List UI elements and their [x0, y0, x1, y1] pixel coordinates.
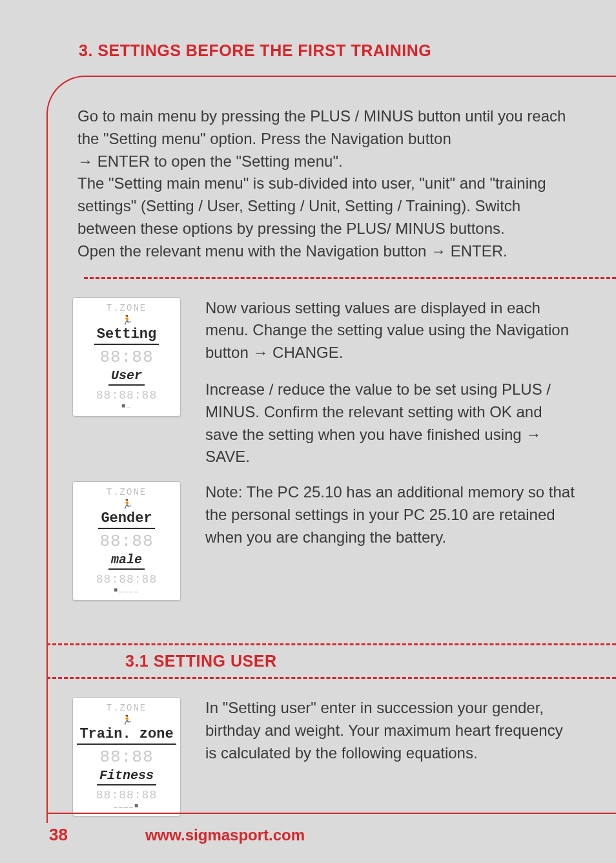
runner-icon: 🏃 [77, 714, 176, 725]
text-column: Now various setting values are displayed… [205, 297, 577, 469]
body-p2: Increase / reduce the value to be set us… [205, 379, 577, 468]
body-p1-post: CHANGE. [268, 344, 343, 361]
lcd-screen-train-zone: T.ZONE 🏃 Train. zone 88:88 Fitness 88:88… [72, 697, 181, 816]
runner-icon: 🏃 [77, 315, 176, 325]
arrow-icon: → [252, 344, 268, 361]
body-p2-pre: Increase / reduce the value to be set us… [205, 380, 551, 443]
lcd-screen-setting-user: T.ZONE 🏃 Setting 88:88 User 88:88:88 ■_ [72, 297, 181, 417]
intro-paragraph: Go to main menu by pressing the PLUS / M… [46, 91, 616, 277]
intro-line4-pre: Open the relevant menu with the Navigati… [77, 242, 431, 260]
runner-icon: 🏃 [77, 499, 176, 509]
subsection-heading: 3.1 SETTING USER [125, 652, 616, 671]
lcd-digits-placeholder: 88:88 [77, 749, 176, 765]
lcd-sub-text: male [108, 552, 145, 570]
spacer [46, 607, 616, 643]
lcd-main-text: Gender [98, 510, 154, 529]
arrow-icon: → [431, 242, 446, 260]
arrow-icon: → [77, 152, 93, 170]
section-heading: 3. SETTINGS BEFORE THE FIRST TRAINING [79, 41, 616, 60]
user-section-p1: In "Setting user" enter in succession yo… [205, 697, 577, 764]
page: 3. SETTINGS BEFORE THE FIRST TRAINING Go… [0, 0, 616, 863]
row-train-zone: T.ZONE 🏃 Train. zone 88:88 Fitness 88:88… [46, 679, 616, 823]
intro-line3: The "Setting main menu" is sub-divided i… [77, 174, 546, 237]
lcd-tzone-label: T.ZONE [77, 487, 176, 497]
row-gender: T.ZONE 🏃 Gender 88:88 male 88:88:88 ■___… [46, 475, 616, 607]
lcd-tzone-label: T.ZONE [77, 703, 176, 713]
body-p3: Note: The PC 25.10 has an additional mem… [205, 481, 577, 548]
lcd-sub-text: Fitness [97, 768, 156, 785]
intro-line4-post: ENTER. [446, 242, 508, 260]
lcd-sub-text: User [108, 368, 145, 386]
main-card: Go to main menu by pressing the PLUS / M… [46, 91, 616, 823]
lcd-digits-small-placeholder: 88:88:88 [77, 390, 176, 401]
text-column: Note: The PC 25.10 has an additional mem… [205, 481, 577, 548]
lcd-digits-placeholder: 88:88 [77, 349, 176, 366]
row-setting-user: T.ZONE 🏃 Setting 88:88 User 88:88:88 ■_ … [46, 279, 616, 475]
intro-line1: Go to main menu by pressing the PLUS / M… [77, 107, 566, 147]
lcd-screen-gender: T.ZONE 🏃 Gender 88:88 male 88:88:88 ■___… [72, 481, 181, 601]
lcd-indicator-marks: ■____ [77, 587, 176, 594]
lcd-digits-placeholder: 88:88 [77, 533, 176, 550]
footer-rule [46, 813, 616, 814]
lcd-digits-small-placeholder: 88:88:88 [77, 574, 176, 585]
intro-line2: ENTER to open the "Setting menu". [93, 152, 343, 170]
subheading-row: 3.1 SETTING USER [46, 645, 616, 677]
lcd-main-text: Setting [94, 326, 159, 345]
lcd-indicator-marks: ____■ [77, 802, 176, 809]
page-footer: 38 www.sigmasport.com [0, 825, 616, 845]
footer-url: www.sigmasport.com [145, 826, 305, 844]
lcd-main-text: Train. zone [77, 726, 176, 745]
text-column: In "Setting user" enter in succession yo… [205, 697, 577, 764]
lcd-digits-small-placeholder: 88:88:88 [77, 789, 176, 801]
lcd-tzone-label: T.ZONE [77, 303, 176, 313]
page-number: 38 [49, 825, 68, 845]
body-p2-post: SAVE. [205, 448, 250, 465]
lcd-indicator-marks: ■_ [77, 402, 176, 410]
arrow-icon: → [526, 426, 541, 443]
body-p1: Now various setting values are displayed… [205, 297, 577, 364]
